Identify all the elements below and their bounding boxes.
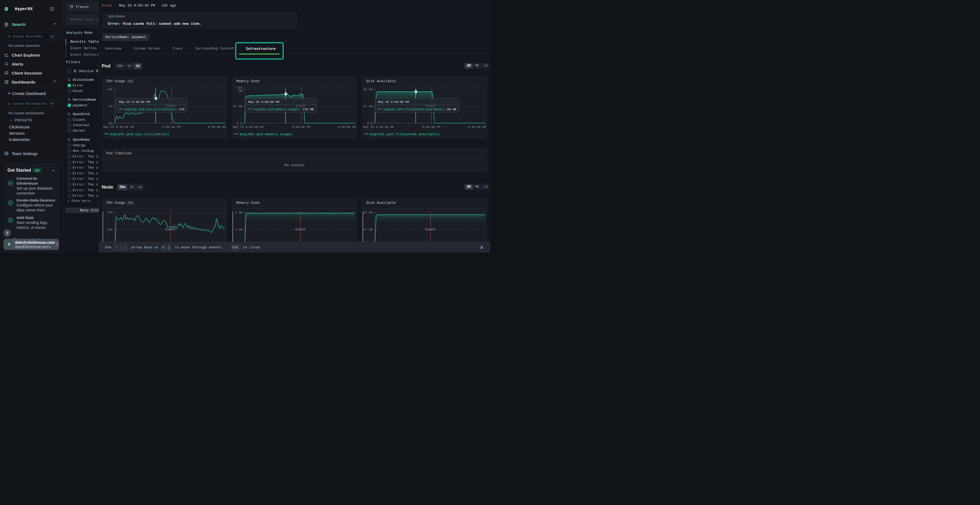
svg-text:avg(k8s.pod.cpu.utilization): avg(k8s.pod.cpu.utilization) (110, 132, 169, 136)
svg-text:Event: Event (426, 104, 436, 108)
svg-text:0%: 0% (109, 122, 113, 125)
svg-text:May 26 8:30:00 AM: May 26 8:30:00 AM (233, 125, 264, 129)
svg-text:16%: 16% (107, 87, 113, 91)
svg-text:Event: Event (165, 227, 176, 231)
svg-text:May 26 8:30:00 AM: May 26 8:30:00 AM (103, 125, 134, 129)
svg-text:1 GB: 1 GB (235, 228, 243, 231)
svg-text:0 B: 0 B (237, 122, 242, 125)
svg-text:May 26 5:30:00 PM: May 26 5:30:00 PM (248, 100, 279, 104)
svg-text:8:30:00 AM: 8:30:00 AM (468, 125, 486, 129)
svg-text:Event: Event (425, 227, 436, 231)
svg-text:9:00:00 PM: 9:00:00 PM (162, 125, 180, 129)
svg-text:8:30:00 AM: 8:30:00 AM (208, 125, 226, 129)
svg-text:avg(k8s.pod.memory.usage): 115: avg(k8s.pod.memory.usage): 115 MB (253, 108, 314, 111)
svg-text:May 26 5:30:00 PM: May 26 5:30:00 PM (378, 100, 409, 104)
svg-text:9:00:00 PM: 9:00:00 PM (293, 125, 310, 129)
svg-text:avg(k8s.pod.cpu.utilization):: avg(k8s.pod.cpu.utilization): 11% (124, 108, 185, 111)
svg-text:32%: 32% (107, 211, 113, 214)
svg-text:Event: Event (295, 227, 306, 231)
svg-text:47 GB: 47 GB (363, 228, 372, 231)
svg-text:93 GB: 93 GB (363, 87, 372, 91)
svg-text:May 26 5:30:00 PM: May 26 5:30:00 PM (119, 100, 150, 104)
svg-text:avg(k8s.pod.filesystem.availab: avg(k8s.pod.filesystem.available) (370, 132, 440, 136)
svg-text:93 GB: 93 GB (363, 211, 372, 214)
svg-text:Event: Event (296, 104, 306, 108)
svg-text:8:30:00 AM: 8:30:00 AM (338, 125, 356, 129)
svg-text:67 MB: 67 MB (233, 105, 242, 108)
svg-text:8%: 8% (109, 105, 113, 108)
svg-text:16%: 16% (107, 228, 113, 231)
svg-text:avg(k8s.pod.memory.usage): avg(k8s.pod.memory.usage) (240, 132, 293, 136)
svg-text:avg(k8s.pod.filesystem.availab: avg(k8s.pod.filesystem.available): 86 GB (383, 108, 457, 111)
svg-text:47 GB: 47 GB (363, 105, 372, 108)
svg-text:9:00:00 PM: 9:00:00 PM (423, 125, 441, 129)
svg-text:Event: Event (166, 104, 176, 108)
svg-text:MB: MB (239, 89, 243, 92)
svg-text:0 B: 0 B (367, 122, 372, 125)
svg-text:May 26 8:30:00 AM: May 26 8:30:00 AM (363, 125, 394, 129)
svg-text:3 GB: 3 GB (235, 211, 243, 214)
